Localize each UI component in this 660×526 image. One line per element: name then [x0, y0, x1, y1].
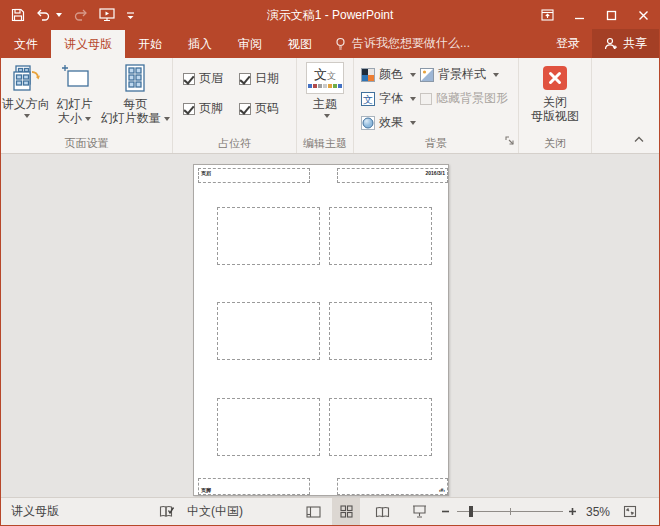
close-master-view-button[interactable]: 关闭 母版视图: [522, 58, 588, 136]
slide-placeholder[interactable]: [329, 398, 432, 456]
fonts-glyph: 文: [363, 94, 373, 105]
fit-to-window-button[interactable]: [623, 498, 637, 525]
ribbon-display-icon: [541, 9, 554, 21]
zoom-slider-center-tick: [510, 508, 511, 515]
slide-placeholder[interactable]: [217, 398, 320, 456]
fonts-label: 字体: [379, 90, 403, 107]
header-placeholder-text: 页眉: [201, 170, 211, 176]
close-master-label-2: 母版视图: [531, 109, 579, 123]
maximize-button[interactable]: [595, 1, 627, 29]
chevron-down-icon: [410, 97, 416, 101]
qat-menu-icon: [126, 11, 135, 20]
save-button[interactable]: [11, 8, 25, 22]
page-number-checkbox[interactable]: 页码: [239, 100, 279, 117]
slide-placeholder[interactable]: [329, 207, 432, 265]
checkbox-checked-icon: [183, 73, 195, 85]
close-icon: [638, 10, 649, 21]
tab-handout-master[interactable]: 讲义母版: [51, 30, 125, 58]
zoom-percentage[interactable]: 35%: [586, 498, 610, 525]
date-checkbox-label: 日期: [255, 70, 279, 87]
date-placeholder[interactable]: 2016/3/1: [337, 168, 448, 183]
slide-placeholder[interactable]: [217, 207, 320, 265]
tab-insert[interactable]: 插入: [175, 30, 225, 58]
tell-me-box[interactable]: 告诉我您想要做什么...: [335, 29, 470, 58]
themes-button[interactable]: 文文 主题: [300, 58, 350, 136]
group-page-setup: 讲义方向 幻灯片 大小: [1, 58, 173, 153]
reading-view-icon: [375, 506, 390, 518]
slide-size-button[interactable]: 幻灯片 大小: [51, 61, 99, 136]
group-label-page-setup: 页面设置: [1, 136, 172, 153]
group-label-close: 关闭: [519, 136, 591, 153]
tab-file[interactable]: 文件: [1, 30, 51, 58]
page-number-placeholder[interactable]: ‹#›: [337, 478, 448, 495]
sign-in-button[interactable]: 登录: [544, 29, 592, 58]
lightbulb-icon: [335, 37, 346, 51]
close-button[interactable]: [627, 1, 659, 29]
themes-icon: 文文: [306, 62, 344, 94]
handout-orientation-button[interactable]: 讲义方向: [1, 61, 51, 136]
footer-placeholder[interactable]: 页脚: [198, 478, 310, 495]
fit-window-icon: [623, 505, 637, 518]
page-number-checkbox-label: 页码: [255, 100, 279, 117]
handout-master-page[interactable]: 页眉 2016/3/1 页脚 ‹#›: [193, 164, 449, 496]
background-styles-button[interactable]: 背景样式: [420, 66, 499, 83]
chevron-down-icon: [85, 117, 91, 121]
header-checkbox[interactable]: 页眉: [183, 70, 223, 87]
header-placeholder[interactable]: 页眉: [198, 168, 310, 183]
checkbox-checked-icon: [239, 103, 251, 115]
share-button[interactable]: 共享: [592, 29, 659, 58]
window-controls: [531, 1, 659, 29]
zoom-out-icon: [441, 507, 450, 516]
proofing-icon: [159, 505, 175, 519]
start-slideshow-button[interactable]: [99, 8, 115, 22]
hide-background-graphics-checkbox[interactable]: 隐藏背景图形: [420, 90, 508, 107]
slideshow-view-button[interactable]: [405, 498, 433, 525]
footer-checkbox[interactable]: 页脚: [183, 100, 223, 117]
zoom-slider-thumb[interactable]: [469, 506, 473, 517]
page-number-placeholder-text: ‹#›: [439, 487, 445, 493]
undo-button[interactable]: [36, 9, 62, 22]
zoom-out-button[interactable]: [441, 498, 450, 525]
chevron-down-icon: [410, 121, 416, 125]
collapse-ribbon-button[interactable]: [633, 129, 645, 147]
quick-access-toolbar: [1, 8, 135, 22]
fonts-button[interactable]: 文 字体: [361, 90, 416, 107]
hide-background-graphics-label: 隐藏背景图形: [436, 90, 508, 107]
customize-qat-button[interactable]: [126, 11, 135, 20]
slides-per-page-label-2: 幻灯片数量: [101, 111, 170, 125]
group-close: 关闭 母版视图 关闭: [519, 58, 592, 153]
chevron-down-icon: [24, 114, 30, 118]
slides-per-page-button[interactable]: 每页 幻灯片数量: [98, 61, 172, 136]
status-language[interactable]: 中文(中国): [187, 498, 243, 525]
undo-dropdown-icon[interactable]: [56, 13, 62, 17]
slide-placeholder[interactable]: [217, 302, 320, 360]
slide-size-icon: [59, 62, 91, 94]
effects-button[interactable]: 效果: [361, 114, 416, 131]
proofing-button[interactable]: [159, 498, 175, 525]
date-checkbox[interactable]: 日期: [239, 70, 279, 87]
group-label-background: 背景: [354, 136, 518, 153]
close-master-label-1: 关闭: [543, 95, 567, 109]
theme-palette-icon: [308, 84, 342, 88]
slide-placeholder[interactable]: [329, 302, 432, 360]
reading-view-button[interactable]: [368, 498, 396, 525]
slide-canvas[interactable]: 页眉 2016/3/1 页脚 ‹#›: [1, 154, 659, 497]
collapse-ribbon-icon: [633, 135, 645, 143]
background-styles-icon: [420, 68, 434, 82]
ribbon-display-options-button[interactable]: [531, 1, 563, 29]
status-view-name: 讲义母版: [11, 498, 59, 525]
minimize-button[interactable]: [563, 1, 595, 29]
background-dialog-launcher[interactable]: [505, 132, 515, 150]
tab-home[interactable]: 开始: [125, 30, 175, 58]
slide-sorter-view-button[interactable]: [332, 498, 360, 525]
colors-label: 颜色: [379, 66, 403, 83]
effects-label: 效果: [379, 114, 403, 131]
slide-size-label-1: 幻灯片: [57, 97, 93, 111]
normal-view-button[interactable]: [299, 498, 327, 525]
redo-button[interactable]: [73, 9, 88, 22]
tab-view[interactable]: 视图: [275, 30, 325, 58]
colors-button[interactable]: 颜色: [361, 66, 416, 83]
zoom-in-button[interactable]: [568, 498, 577, 525]
slides-per-page-label-1: 每页: [123, 97, 147, 111]
tab-review[interactable]: 审阅: [225, 30, 275, 58]
